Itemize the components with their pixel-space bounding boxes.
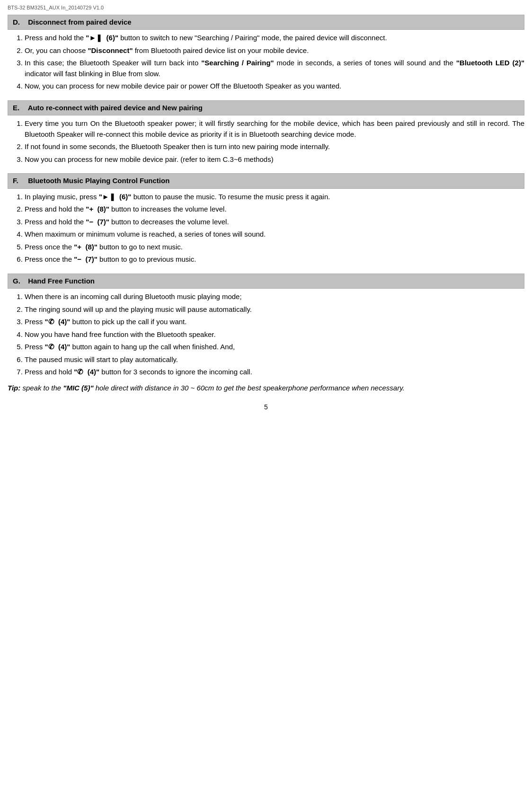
button-label: "►❚ (6)" <box>86 34 118 42</box>
list-item: Press "✆ (4)" button again to hang up th… <box>25 342 524 353</box>
tip-label: Tip: <box>8 384 20 392</box>
section-d-list: Press and hold the "►❚ (6)" button to sw… <box>8 33 524 92</box>
mic-label: "MIC (5)" <box>63 384 93 392</box>
section-d: D. Disconnect from paired device Press a… <box>8 15 524 92</box>
list-item: The ringing sound will up and the playin… <box>25 304 524 315</box>
section-d-title: Disconnect from paired device <box>28 18 131 26</box>
section-e-title: Auto re-connect with paired device and N… <box>28 104 203 112</box>
led-label: "Bluetooth LED (2)" <box>456 59 524 67</box>
button-label: "− (7)" <box>74 255 98 263</box>
section-f-header: F. Bluetooth Music Playing Control Funct… <box>8 173 524 189</box>
list-item: Or, you can choose "Disconnect" from Blu… <box>25 45 524 56</box>
list-item: When maximum or minimum volume is reache… <box>25 229 524 240</box>
list-item: Press and hold the "►❚ (6)" button to sw… <box>25 33 524 44</box>
button-label: "✆ (4)" <box>74 368 99 376</box>
section-e-list: Every time you turn On the Bluetooth spe… <box>8 118 524 165</box>
list-item: Press once the "+ (8)" button to go to n… <box>25 242 524 253</box>
mode-label: "Searching / Pairing" <box>201 59 274 67</box>
page-number: 5 <box>8 402 524 412</box>
section-g-letter: G. <box>13 276 26 287</box>
section-f-letter: F. <box>13 176 26 186</box>
button-label: "− (7)" <box>86 218 109 226</box>
section-d-letter: D. <box>13 17 26 28</box>
list-item: In this case; the Bluetooth Speaker will… <box>25 58 524 79</box>
section-f-list: In playing music, press "►❚ (6)" button … <box>8 192 524 265</box>
list-item: Press once the "− (7)" button to go to p… <box>25 254 524 265</box>
section-g-header: G. Hand Free Function <box>8 274 524 289</box>
section-e: E. Auto re-connect with paired device an… <box>8 100 524 165</box>
list-item: When there is an incoming call during Bl… <box>25 292 524 302</box>
list-item: The paused music will start to play auto… <box>25 354 524 365</box>
list-item: Now you can process for new mobile devic… <box>25 154 524 165</box>
button-label: "✆ (4)" <box>45 343 71 351</box>
list-item: Now you have hand free function with the… <box>25 329 524 340</box>
tip-text: Tip: speak to the "MIC (5)" hole direct … <box>8 382 524 394</box>
list-item: Press and hold "✆ (4)" button for 3 seco… <box>25 367 524 378</box>
section-g-title: Hand Free Function <box>28 277 95 285</box>
button-label: "+ (8)" <box>86 205 109 213</box>
section-f: F. Bluetooth Music Playing Control Funct… <box>8 173 524 265</box>
section-e-header: E. Auto re-connect with paired device an… <box>8 100 524 116</box>
list-item: In playing music, press "►❚ (6)" button … <box>25 192 524 203</box>
button-label: "►❚ (6)" <box>99 193 132 201</box>
section-g-list: When there is an incoming call during Bl… <box>8 292 524 378</box>
doc-header: BTS-32 BM3251_AUX In_20140729 V1.0 <box>8 4 524 12</box>
list-item: Press "✆ (4)" button to pick up the call… <box>25 317 524 327</box>
menu-label: "Disconnect" <box>88 46 133 54</box>
section-g: G. Hand Free Function When there is an i… <box>8 274 524 394</box>
list-item: If not found in some seconds, the Blueto… <box>25 142 524 152</box>
list-item: Press and hold the "− (7)" button to dec… <box>25 217 524 228</box>
list-item: Every time you turn On the Bluetooth spe… <box>25 118 524 140</box>
section-d-header: D. Disconnect from paired device <box>8 15 524 30</box>
list-item: Press and hold the "+ (8)" button to inc… <box>25 204 524 215</box>
section-e-letter: E. <box>13 103 26 114</box>
section-f-title: Bluetooth Music Playing Control Function <box>28 177 169 185</box>
button-label: "+ (8)" <box>74 243 98 251</box>
list-item: Now, you can process for new mobile devi… <box>25 81 524 92</box>
button-label: "✆ (4)" <box>45 318 71 326</box>
